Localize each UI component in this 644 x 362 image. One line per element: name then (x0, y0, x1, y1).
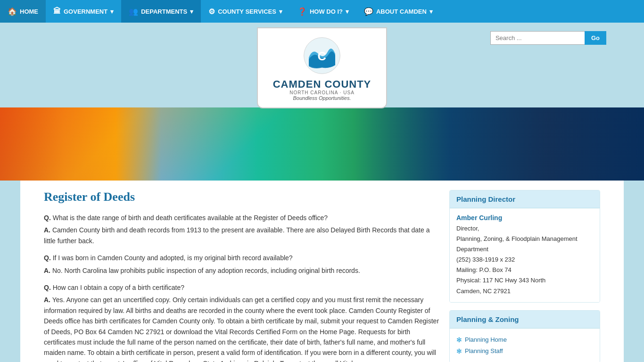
search-input[interactable] (490, 31, 585, 45)
logo-wave-icon: C (303, 37, 341, 74)
question-icon: ❓ (297, 7, 307, 16)
hero-image (0, 107, 644, 181)
search-button[interactable]: Go (585, 31, 606, 45)
logo-subtitle: NORTH CAROLINA · USA (273, 90, 372, 95)
sidebar-box-body-planning-zoning: ✻ Planning Home ✻ Planning Staff (450, 329, 600, 362)
home-icon: 🏠 (8, 7, 17, 16)
logo-title: CAMDEN COUNTY (273, 79, 372, 90)
government-icon: 🏛 (53, 7, 61, 16)
contact-detail-0: Director, (456, 225, 479, 232)
sidebar-box-planning-director: Planning Director Amber Curling Director… (449, 190, 600, 303)
sidebar-box-header-planning-zoning: Planning & Zoning (450, 311, 600, 329)
faq-a-2: A. No. North Carolina law prohibits publ… (44, 265, 440, 276)
faq-item-2: Q. If I was born in Camden County and ad… (44, 253, 440, 276)
chevron-down-icon: ▾ (110, 8, 114, 15)
chevron-down-icon: ▾ (190, 8, 193, 15)
sidebar-box-planning-zoning: Planning & Zoning ✻ Planning Home ✻ Plan… (449, 310, 600, 362)
sidebar-link-planning-staff[interactable]: ✻ Planning Staff (456, 346, 593, 357)
logo-tagline: Boundless Opportunities. (273, 95, 372, 101)
logo-container: C CAMDEN COUNTY NORTH CAROLINA · USA Bou… (257, 27, 388, 108)
contact-detail-1: Planning, Zoning, & Floodplain Managemen… (456, 235, 578, 253)
faq-a-3: A. Yes. Anyone can get an uncertified co… (44, 295, 440, 362)
faq-item-1: Q. What is the date range of birth and d… (44, 213, 440, 246)
svg-text:C: C (317, 49, 326, 63)
faq-q-1: Q. What is the date range of birth and d… (44, 213, 440, 223)
contact-info: Director, Planning, Zoning, & Floodplain… (456, 223, 593, 296)
sidebar-box-header-planning-director: Planning Director (450, 190, 600, 208)
contact-detail-2: (252) 338-1919 x 232 (456, 256, 515, 263)
contact-detail-4: Physical: 117 NC Hwy 343 North (456, 277, 545, 284)
asterisk-icon: ✻ (456, 347, 462, 355)
content-area: Register of Deeds Q. What is the date ra… (44, 190, 440, 362)
main-nav: 🏠 HOME 🏛 GOVERNMENT ▾ 👥 DEPARTMENTS ▾ ⚙ … (0, 0, 644, 23)
nav-government[interactable]: 🏛 GOVERNMENT ▾ (46, 0, 121, 23)
asterisk-icon: ✻ (456, 336, 462, 344)
departments-icon: 👥 (129, 7, 138, 16)
contact-name: Amber Curling (456, 214, 593, 222)
contact-detail-3: Mailing: P.O. Box 74 (456, 266, 512, 273)
county-services-icon: ⚙ (208, 7, 215, 16)
chevron-down-icon: ▾ (279, 8, 282, 15)
faq-q-2: Q. If I was born in Camden County and ad… (44, 253, 440, 263)
nav-departments[interactable]: 👥 DEPARTMENTS ▾ (121, 0, 201, 23)
main-wrapper: Register of Deeds Q. What is the date ra… (20, 181, 624, 362)
chevron-down-icon: ▾ (346, 8, 349, 15)
contact-detail-5: Camden, NC 27921 (456, 288, 511, 295)
faq-q-3: Q. How can I obtain a copy of a birth ce… (44, 282, 440, 293)
sidebar-box-body-planning-director: Amber Curling Director, Planning, Zoning… (450, 208, 600, 302)
faq-a-1: A. Camden County birth and death records… (44, 225, 440, 246)
nav-how-do-i[interactable]: ❓ HOW DO I? ▾ (290, 0, 356, 23)
nav-home[interactable]: 🏠 HOME (0, 0, 46, 23)
nav-county-services[interactable]: ⚙ COUNTY SERVICES ▾ (201, 0, 290, 23)
sidebar-link-planning-home[interactable]: ✻ Planning Home (456, 334, 593, 346)
search-bar: Go (490, 31, 606, 45)
faq-item-3: Q. How can I obtain a copy of a birth ce… (44, 282, 440, 362)
page-title: Register of Deeds (44, 190, 440, 204)
chevron-down-icon: ▾ (429, 8, 433, 15)
nav-about-camden[interactable]: 💬 ABOUT CAMDEN ▾ (356, 0, 440, 23)
about-icon: 💬 (364, 7, 373, 16)
sidebar: Planning Director Amber Curling Director… (449, 190, 600, 362)
